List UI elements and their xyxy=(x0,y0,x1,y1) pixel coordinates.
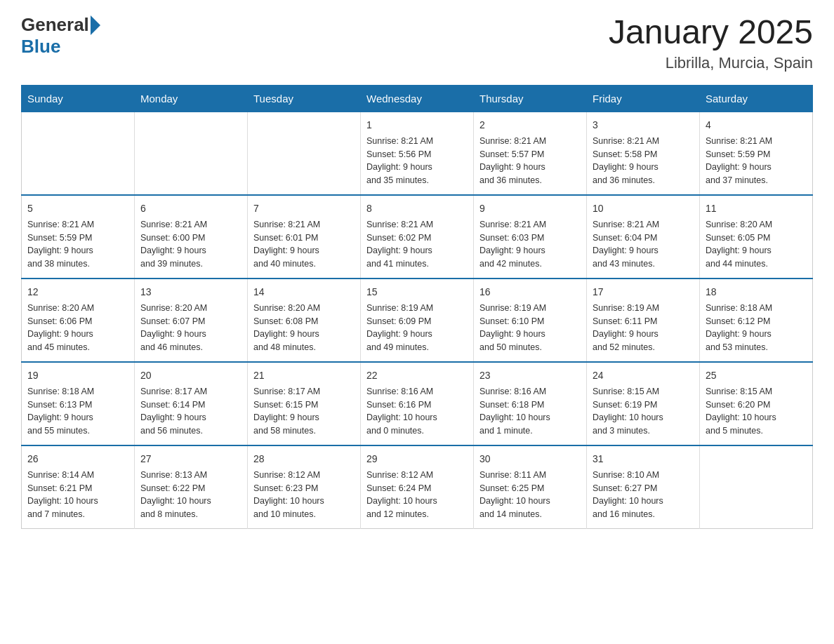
day-info: Sunrise: 8:12 AM Sunset: 6:23 PM Dayligh… xyxy=(253,469,355,521)
col-monday: Monday xyxy=(135,85,248,112)
calendar-day-cell: 15Sunrise: 8:19 AM Sunset: 6:09 PM Dayli… xyxy=(361,279,474,362)
calendar-week-row: 1Sunrise: 8:21 AM Sunset: 5:56 PM Daylig… xyxy=(22,112,813,195)
day-info: Sunrise: 8:15 AM Sunset: 6:20 PM Dayligh… xyxy=(706,385,807,438)
calendar-day-cell: 29Sunrise: 8:12 AM Sunset: 6:24 PM Dayli… xyxy=(361,445,474,529)
logo: General Blue xyxy=(21,14,100,58)
day-number: 31 xyxy=(593,452,694,467)
day-info: Sunrise: 8:20 AM Sunset: 6:06 PM Dayligh… xyxy=(27,302,128,354)
calendar-header: Sunday Monday Tuesday Wednesday Thursday… xyxy=(22,85,813,112)
day-info: Sunrise: 8:14 AM Sunset: 6:21 PM Dayligh… xyxy=(27,469,128,521)
day-number: 22 xyxy=(366,368,468,383)
day-info: Sunrise: 8:10 AM Sunset: 6:27 PM Dayligh… xyxy=(593,469,694,521)
day-number: 29 xyxy=(366,452,468,467)
calendar-day-cell: 25Sunrise: 8:15 AM Sunset: 6:20 PM Dayli… xyxy=(700,362,813,445)
col-wednesday: Wednesday xyxy=(361,85,474,112)
calendar-body: 1Sunrise: 8:21 AM Sunset: 5:56 PM Daylig… xyxy=(22,112,813,528)
calendar-week-row: 5Sunrise: 8:21 AM Sunset: 5:59 PM Daylig… xyxy=(22,195,813,279)
calendar-week-row: 12Sunrise: 8:20 AM Sunset: 6:06 PM Dayli… xyxy=(22,279,813,362)
calendar-day-cell: 13Sunrise: 8:20 AM Sunset: 6:07 PM Dayli… xyxy=(135,279,248,362)
day-number: 20 xyxy=(140,368,241,383)
calendar-day-cell: 31Sunrise: 8:10 AM Sunset: 6:27 PM Dayli… xyxy=(587,445,700,529)
day-info: Sunrise: 8:21 AM Sunset: 5:59 PM Dayligh… xyxy=(706,135,807,187)
calendar-day-cell: 2Sunrise: 8:21 AM Sunset: 5:57 PM Daylig… xyxy=(474,112,587,195)
day-info: Sunrise: 8:21 AM Sunset: 5:56 PM Dayligh… xyxy=(366,135,468,187)
day-info: Sunrise: 8:16 AM Sunset: 6:16 PM Dayligh… xyxy=(366,385,468,438)
calendar-week-row: 26Sunrise: 8:14 AM Sunset: 6:21 PM Dayli… xyxy=(22,445,813,529)
day-info: Sunrise: 8:19 AM Sunset: 6:09 PM Dayligh… xyxy=(366,302,468,354)
calendar-day-cell: 24Sunrise: 8:15 AM Sunset: 6:19 PM Dayli… xyxy=(587,362,700,445)
day-number: 25 xyxy=(706,368,807,383)
day-number: 23 xyxy=(479,368,581,383)
day-number: 3 xyxy=(593,118,694,133)
calendar-day-cell xyxy=(22,112,135,195)
day-info: Sunrise: 8:19 AM Sunset: 6:11 PM Dayligh… xyxy=(593,302,694,354)
day-number: 15 xyxy=(366,285,468,300)
day-number: 27 xyxy=(140,452,241,467)
day-number: 4 xyxy=(706,118,807,133)
calendar-day-cell: 11Sunrise: 8:20 AM Sunset: 6:05 PM Dayli… xyxy=(700,195,813,279)
calendar-day-cell xyxy=(700,445,813,529)
calendar-day-cell: 16Sunrise: 8:19 AM Sunset: 6:10 PM Dayli… xyxy=(474,279,587,362)
calendar-week-row: 19Sunrise: 8:18 AM Sunset: 6:13 PM Dayli… xyxy=(22,362,813,445)
day-info: Sunrise: 8:17 AM Sunset: 6:14 PM Dayligh… xyxy=(140,385,241,438)
day-info: Sunrise: 8:18 AM Sunset: 6:12 PM Dayligh… xyxy=(706,302,807,354)
calendar-day-cell: 30Sunrise: 8:11 AM Sunset: 6:25 PM Dayli… xyxy=(474,445,587,529)
day-number: 24 xyxy=(593,368,694,383)
calendar-location: Librilla, Murcia, Spain xyxy=(609,54,813,72)
day-number: 8 xyxy=(366,201,468,216)
day-number: 7 xyxy=(253,201,355,216)
day-info: Sunrise: 8:13 AM Sunset: 6:22 PM Dayligh… xyxy=(140,469,241,521)
col-friday: Friday xyxy=(587,85,700,112)
day-info: Sunrise: 8:16 AM Sunset: 6:18 PM Dayligh… xyxy=(479,385,581,438)
day-number: 13 xyxy=(140,285,241,300)
calendar-day-cell xyxy=(135,112,248,195)
logo-blue-text: Blue xyxy=(21,36,100,58)
day-number: 9 xyxy=(479,201,581,216)
day-info: Sunrise: 8:20 AM Sunset: 6:07 PM Dayligh… xyxy=(140,302,241,354)
page-header: General Blue January 2025 Librilla, Murc… xyxy=(21,14,813,72)
day-info: Sunrise: 8:20 AM Sunset: 6:05 PM Dayligh… xyxy=(706,218,807,271)
day-info: Sunrise: 8:21 AM Sunset: 5:58 PM Dayligh… xyxy=(593,135,694,187)
day-number: 2 xyxy=(479,118,581,133)
day-info: Sunrise: 8:15 AM Sunset: 6:19 PM Dayligh… xyxy=(593,385,694,438)
calendar-day-cell: 12Sunrise: 8:20 AM Sunset: 6:06 PM Dayli… xyxy=(22,279,135,362)
day-number: 6 xyxy=(140,201,241,216)
day-number: 26 xyxy=(27,452,128,467)
calendar-day-cell: 3Sunrise: 8:21 AM Sunset: 5:58 PM Daylig… xyxy=(587,112,700,195)
day-number: 18 xyxy=(706,285,807,300)
day-number: 12 xyxy=(27,285,128,300)
calendar-day-cell: 23Sunrise: 8:16 AM Sunset: 6:18 PM Dayli… xyxy=(474,362,587,445)
day-info: Sunrise: 8:17 AM Sunset: 6:15 PM Dayligh… xyxy=(253,385,355,438)
calendar-day-cell: 22Sunrise: 8:16 AM Sunset: 6:16 PM Dayli… xyxy=(361,362,474,445)
logo-triangle-icon xyxy=(91,15,100,35)
calendar-day-cell: 1Sunrise: 8:21 AM Sunset: 5:56 PM Daylig… xyxy=(361,112,474,195)
calendar-day-cell: 20Sunrise: 8:17 AM Sunset: 6:14 PM Dayli… xyxy=(135,362,248,445)
calendar-day-cell: 8Sunrise: 8:21 AM Sunset: 6:02 PM Daylig… xyxy=(361,195,474,279)
calendar-title-block: January 2025 Librilla, Murcia, Spain xyxy=(609,14,813,72)
day-info: Sunrise: 8:21 AM Sunset: 6:00 PM Dayligh… xyxy=(140,218,241,271)
col-saturday: Saturday xyxy=(700,85,813,112)
day-info: Sunrise: 8:21 AM Sunset: 5:57 PM Dayligh… xyxy=(479,135,581,187)
day-info: Sunrise: 8:19 AM Sunset: 6:10 PM Dayligh… xyxy=(479,302,581,354)
day-info: Sunrise: 8:21 AM Sunset: 6:01 PM Dayligh… xyxy=(253,218,355,271)
day-number: 5 xyxy=(27,201,128,216)
day-number: 1 xyxy=(366,118,468,133)
calendar-day-cell: 7Sunrise: 8:21 AM Sunset: 6:01 PM Daylig… xyxy=(248,195,361,279)
calendar-day-cell: 18Sunrise: 8:18 AM Sunset: 6:12 PM Dayli… xyxy=(700,279,813,362)
days-of-week-row: Sunday Monday Tuesday Wednesday Thursday… xyxy=(22,85,813,112)
calendar-day-cell: 9Sunrise: 8:21 AM Sunset: 6:03 PM Daylig… xyxy=(474,195,587,279)
col-sunday: Sunday xyxy=(22,85,135,112)
calendar-day-cell: 4Sunrise: 8:21 AM Sunset: 5:59 PM Daylig… xyxy=(700,112,813,195)
logo-general-text: General xyxy=(21,14,89,36)
calendar-day-cell xyxy=(248,112,361,195)
calendar-day-cell: 19Sunrise: 8:18 AM Sunset: 6:13 PM Dayli… xyxy=(22,362,135,445)
calendar-day-cell: 10Sunrise: 8:21 AM Sunset: 6:04 PM Dayli… xyxy=(587,195,700,279)
col-thursday: Thursday xyxy=(474,85,587,112)
day-info: Sunrise: 8:21 AM Sunset: 6:02 PM Dayligh… xyxy=(366,218,468,271)
day-info: Sunrise: 8:21 AM Sunset: 5:59 PM Dayligh… xyxy=(27,218,128,271)
day-number: 10 xyxy=(593,201,694,216)
calendar-day-cell: 26Sunrise: 8:14 AM Sunset: 6:21 PM Dayli… xyxy=(22,445,135,529)
calendar-day-cell: 6Sunrise: 8:21 AM Sunset: 6:00 PM Daylig… xyxy=(135,195,248,279)
calendar-day-cell: 21Sunrise: 8:17 AM Sunset: 6:15 PM Dayli… xyxy=(248,362,361,445)
day-number: 30 xyxy=(479,452,581,467)
